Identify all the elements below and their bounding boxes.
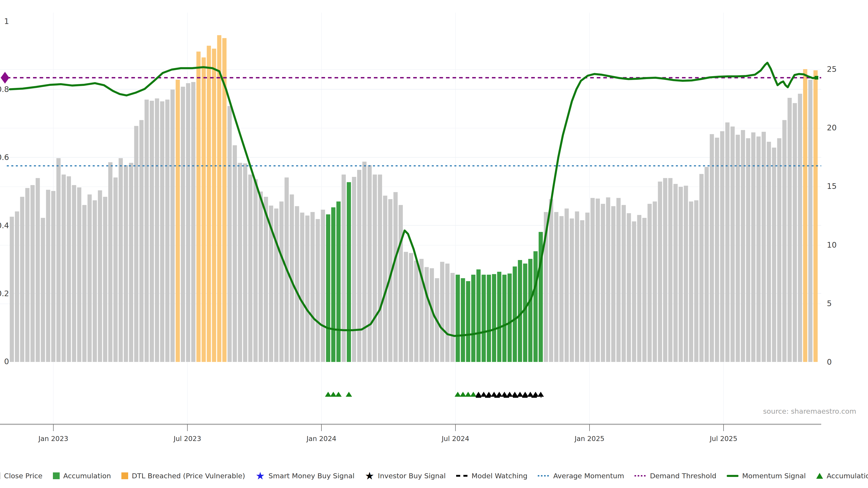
close-price-bar [565, 208, 569, 362]
right-axis-tick-label: 25 [827, 65, 837, 74]
close-price-bar [705, 167, 709, 362]
close-price-bar [689, 201, 693, 362]
close-price-bar [596, 199, 600, 362]
close-price-bar [67, 176, 71, 362]
close-price-bar [368, 165, 372, 362]
left-axis-tick-label: 1 [4, 17, 9, 26]
close-price-bar [191, 82, 195, 362]
dtl-breached-bar [803, 69, 807, 362]
close-price-bar [715, 138, 719, 362]
close-price-bar [409, 253, 413, 362]
close-price-bar [315, 219, 320, 362]
chart-page: Jan 2023Jul 2023Jan 2024Jul 2024Jan 2025… [0, 0, 868, 488]
accumulation-swatch-icon [53, 473, 60, 479]
accumulation-triangle-icon [336, 392, 342, 397]
x-axis-tick-label: Jul 2023 [173, 435, 201, 443]
accumulation-bar [518, 260, 522, 362]
close-price-bar [253, 179, 258, 362]
close-price-bar [243, 163, 247, 362]
accumulation-bar [513, 267, 517, 362]
accumulation-triangle-icon [470, 392, 476, 397]
close-price-bar [445, 264, 450, 362]
close-price-bar [731, 127, 735, 362]
close-price-bar [425, 267, 429, 362]
close-price-bar [627, 213, 631, 362]
investor-buy-triangle-icon [517, 392, 523, 397]
close-price-bar [20, 197, 24, 362]
accumulation-bar [533, 251, 538, 362]
legend-label: Accumulation [63, 472, 111, 480]
close-price-bar [77, 188, 81, 362]
close-price-bar [134, 126, 138, 362]
investor-buy-triangle-icon [522, 392, 528, 397]
blue-star-icon: ★ [255, 473, 265, 479]
close-price-bar [575, 212, 579, 362]
close-price-bar [673, 184, 678, 362]
close-price-bar [394, 192, 398, 362]
close-price-bar [383, 196, 388, 362]
close-price-bar [274, 208, 278, 362]
close-price-bar [160, 101, 164, 362]
investor-buy-triangle-icon [491, 392, 497, 397]
accumulation-triangle-icon [330, 392, 337, 397]
legend-label: Demand Threshold [650, 472, 716, 480]
close-price-bar [611, 206, 616, 362]
dtl-breached-bar [176, 80, 180, 362]
close-price-bar [772, 148, 776, 362]
close-price-bar [10, 217, 14, 362]
close-price-bar [300, 213, 305, 362]
legend-label: Smart Money Buy Signal [269, 472, 355, 480]
close-price-bar [165, 100, 169, 362]
close-price-bar [679, 187, 683, 362]
right-axis-tick-label: 20 [827, 123, 837, 132]
close-price-bar [72, 185, 76, 362]
black-star-icon: ★ [365, 473, 374, 479]
close-price-bar [114, 177, 118, 362]
close-price-bar [798, 94, 802, 362]
right-axis-tick-label: 5 [827, 299, 832, 308]
green-triangle-icon [816, 473, 823, 479]
legend-item-smart-money-buy: ★ Smart Money Buy Signal [255, 472, 354, 480]
close-price-bar [585, 213, 590, 362]
close-price-bar [56, 158, 61, 362]
x-axis-tick-label: Jan 2023 [38, 435, 68, 443]
close-price-bar [622, 205, 626, 362]
close-price-bar [145, 100, 149, 362]
close-price-bar [632, 221, 636, 362]
close-price-bar [414, 261, 418, 362]
legend-item-dtl-breached: DTL Breached (Price Vulnerable) [121, 472, 245, 480]
accumulation-triangle-icon [460, 392, 466, 397]
close-price-bar [793, 103, 797, 362]
black-dash-icon [456, 475, 468, 477]
dtl-breached-swatch-icon [121, 473, 128, 479]
close-price-bar [782, 120, 786, 362]
legend-item-demand-threshold: Demand Threshold [634, 472, 716, 480]
accumulation-bar [497, 272, 501, 362]
close-price-bar [767, 142, 771, 362]
close-price-bar [279, 201, 284, 362]
close-price-bar [181, 87, 185, 362]
close-price-bar [93, 200, 97, 362]
accumulation-bar [461, 278, 465, 362]
accumulation-bar [507, 273, 512, 362]
dtl-breached-bar [196, 52, 201, 362]
close-price-bar [108, 162, 113, 362]
legend-label: Close Price [4, 472, 42, 480]
investor-buy-triangle-icon [480, 392, 487, 397]
close-price-bar [170, 90, 175, 362]
close-price-bar [25, 188, 30, 362]
close-price-bar [124, 165, 128, 362]
investor-buy-triangle-icon [527, 392, 533, 397]
legend-label: DTL Breached (Price Vulnerable) [132, 472, 245, 480]
dtl-breached-bar [202, 57, 206, 362]
close-price-bar [373, 175, 377, 362]
close-price-bar [150, 101, 154, 362]
x-axis-tick-label: Jan 2024 [306, 435, 336, 443]
close-price-bar [36, 178, 40, 362]
legend-item-accumulation-marker: Accumulation [816, 472, 868, 480]
close-price-bar [658, 182, 662, 362]
accumulation-bar [487, 275, 491, 362]
legend-item-close-price: Close Price [0, 472, 42, 480]
close-price-bar [248, 175, 252, 362]
close-price-bar [663, 178, 667, 362]
